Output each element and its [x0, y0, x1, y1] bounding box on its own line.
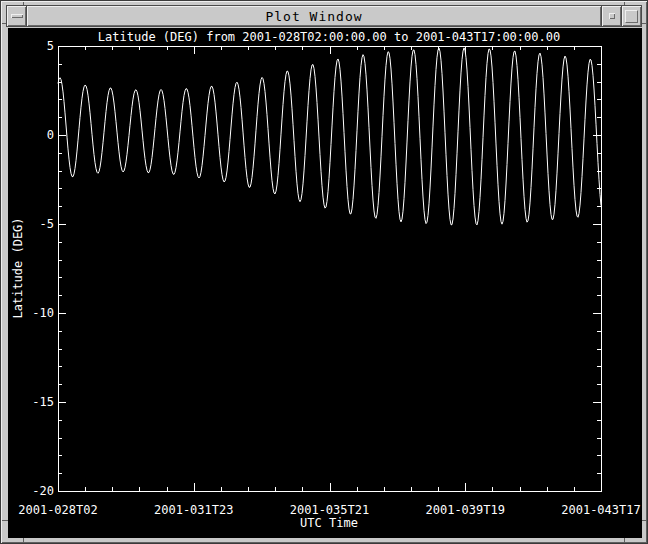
plot-title: Latitude (DEG) from 2001-028T02:00:00.00…	[98, 30, 560, 44]
y-tick-label: -20	[32, 484, 54, 498]
y-tick-label: 5	[47, 39, 54, 53]
x-tick-label: 2001-035T21	[290, 503, 369, 517]
y-tick-label: 0	[47, 128, 54, 142]
x-tick-label: 2001-031T23	[154, 503, 233, 517]
window-menu-button[interactable]	[7, 6, 26, 26]
window-title: Plot Window	[265, 9, 362, 24]
maximize-icon	[625, 10, 638, 23]
window-title-area[interactable]: Plot Window	[27, 6, 601, 26]
window-frame[interactable]: Plot Window Latitude (DEG) from 2001-028…	[0, 0, 648, 544]
plot-svg: Latitude (DEG) from 2001-028T02:00:00.00…	[8, 28, 642, 538]
titlebar[interactable]: Plot Window	[6, 5, 642, 27]
y-axis-label: Latitude (DEG)	[11, 217, 25, 318]
minimize-button[interactable]	[602, 6, 621, 26]
window-menu-dash-icon	[11, 14, 23, 18]
y-tick-label: -5	[40, 217, 54, 231]
x-tick-label: 2001-039T19	[426, 503, 505, 517]
x-tick-label: 2001-028T02	[18, 503, 97, 517]
plot-canvas: Latitude (DEG) from 2001-028T02:00:00.00…	[8, 28, 642, 538]
minimize-icon	[609, 13, 615, 19]
x-tick-label: 2001-043T17	[561, 503, 640, 517]
latitude-curve	[58, 48, 601, 225]
x-axis-label: UTC Time	[300, 516, 358, 530]
y-tick-label: -15	[32, 395, 54, 409]
y-tick-label: -10	[32, 306, 54, 320]
maximize-button[interactable]	[622, 6, 641, 26]
